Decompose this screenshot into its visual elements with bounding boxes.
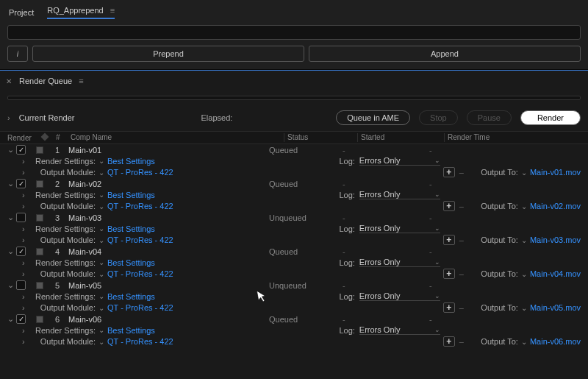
dropdown-icon[interactable]: ⌄ [521,169,527,177]
log-dropdown[interactable]: Errors Only⌄ [359,258,440,267]
render-checkbox[interactable] [16,179,26,188]
chevron-down-icon[interactable]: ⌄ [7,213,13,222]
output-file-link[interactable]: Main-v03.mov [530,235,581,244]
render-checkbox[interactable] [16,213,26,222]
chevron-right-icon[interactable]: › [22,157,29,166]
output-file-link[interactable]: Main-v05.mov [530,303,581,312]
header-started[interactable]: Started [357,133,444,142]
prepend-button[interactable]: Prepend [32,46,304,62]
add-output-button[interactable]: + [443,336,455,347]
log-dropdown[interactable]: Errors Only⌄ [359,325,440,335]
chevron-right-icon[interactable]: › [22,191,29,199]
add-output-button[interactable]: + [443,302,455,313]
render-checkbox[interactable] [16,280,26,290]
header-render[interactable]: Render [7,134,32,142]
output-module-link[interactable]: QT - ProRes - 422 [107,303,173,312]
chevron-right-icon[interactable]: › [22,326,29,335]
script-text-input[interactable] [7,25,581,40]
label-color-swatch[interactable] [36,146,43,154]
chevron-right-icon[interactable]: › [7,113,10,122]
chevron-right-icon[interactable]: › [22,303,29,312]
output-module-link[interactable]: QT - ProRes - 422 [107,168,173,177]
add-output-button[interactable]: + [443,269,455,279]
label-tag-icon[interactable] [40,132,49,141]
comp-name[interactable]: Main-v02 [68,180,269,188]
dropdown-icon[interactable]: ⌄ [98,338,104,346]
comp-name[interactable]: Main-v01 [68,146,269,155]
info-button[interactable]: i [7,46,28,62]
output-module-link[interactable]: QT - ProRes - 422 [107,269,173,278]
header-number[interactable]: # [56,133,71,142]
log-dropdown[interactable]: Errors Only⌄ [359,224,440,233]
render-button[interactable]: Render [520,110,581,125]
dropdown-icon[interactable]: ⌄ [98,169,104,177]
chevron-right-icon[interactable]: › [22,235,29,244]
output-file-link[interactable]: Main-v02.mov [530,202,581,210]
comp-name[interactable]: Main-v04 [68,247,269,256]
add-output-button[interactable]: + [443,201,455,211]
dropdown-icon[interactable]: ⌄ [521,304,527,312]
label-color-swatch[interactable] [36,248,43,255]
add-output-button[interactable]: + [443,235,455,245]
comp-name[interactable]: Main-v03 [68,213,269,222]
dropdown-icon[interactable]: ⌄ [98,191,104,199]
render-settings-link[interactable]: Best Settings [107,292,155,301]
log-dropdown[interactable]: Errors Only⌄ [359,291,440,301]
dropdown-icon[interactable]: ⌄ [521,338,527,346]
chevron-down-icon[interactable]: ⌄ [7,145,13,155]
dropdown-icon[interactable]: ⌄ [521,202,527,210]
close-icon[interactable]: ✕ [6,77,12,85]
dropdown-icon[interactable]: ⌄ [98,236,104,244]
dropdown-icon[interactable]: ⌄ [98,202,104,210]
label-color-swatch[interactable] [36,180,43,188]
render-settings-link[interactable]: Best Settings [107,191,155,199]
chevron-down-icon[interactable]: ⌄ [7,179,13,188]
tab-script[interactable]: RQ_Apprepend ≡ [47,6,115,19]
dropdown-icon[interactable]: ⌄ [98,157,104,165]
tab-render-queue[interactable]: Render Queue ≡ [18,74,85,88]
comp-name[interactable]: Main-v05 [68,281,269,290]
queue-item-row[interactable]: ⌄2Main-v02Queued-- [0,178,588,189]
tab-project[interactable]: Project [9,8,34,17]
queue-item-row[interactable]: ⌄6Main-v06Queued-- [0,314,588,325]
output-module-link[interactable]: QT - ProRes - 422 [107,235,173,244]
output-file-link[interactable]: Main-v04.mov [530,269,581,278]
queue-item-row[interactable]: ⌄4Main-v04Queued-- [0,246,588,257]
queue-item-row[interactable]: ⌄3Main-v03Unqueued-- [0,212,588,223]
log-dropdown[interactable]: Errors Only⌄ [359,156,440,166]
add-output-button[interactable]: + [443,167,455,177]
dropdown-icon[interactable]: ⌄ [521,270,527,278]
label-color-swatch[interactable] [36,316,43,323]
append-button[interactable]: Append [309,46,581,62]
render-settings-link[interactable]: Best Settings [107,326,155,335]
render-settings-link[interactable]: Best Settings [107,224,155,233]
dropdown-icon[interactable]: ⌄ [98,224,104,233]
chevron-down-icon[interactable]: ⌄ [7,314,13,324]
queue-in-ame-button[interactable]: Queue in AME [336,110,410,125]
render-checkbox[interactable] [16,247,26,256]
render-settings-link[interactable]: Best Settings [107,157,155,166]
dropdown-icon[interactable]: ⌄ [98,258,104,266]
output-module-link[interactable]: QT - ProRes - 422 [107,337,173,346]
chevron-down-icon[interactable]: ⌄ [7,247,13,256]
dropdown-icon[interactable]: ⌄ [98,326,104,334]
output-file-link[interactable]: Main-v01.mov [530,168,581,177]
chevron-right-icon[interactable]: › [22,168,29,177]
chevron-right-icon[interactable]: › [22,224,29,233]
header-comp-name[interactable]: Comp Name [71,133,284,142]
panel-menu-icon[interactable]: ≡ [110,6,115,15]
chevron-right-icon[interactable]: › [22,337,29,346]
dropdown-icon[interactable]: ⌄ [98,270,104,278]
dropdown-icon[interactable]: ⌄ [98,304,104,312]
render-settings-link[interactable]: Best Settings [107,258,155,267]
label-color-swatch[interactable] [36,214,43,222]
header-status[interactable]: Status [284,133,357,142]
comp-name[interactable]: Main-v06 [68,315,269,324]
chevron-right-icon[interactable]: › [22,202,29,210]
chevron-down-icon[interactable]: ⌄ [7,280,13,290]
chevron-right-icon[interactable]: › [22,269,29,278]
queue-item-row[interactable]: ⌄5Main-v05Unqueued-- [0,280,588,291]
header-render-time[interactable]: Render Time [444,133,581,142]
dropdown-icon[interactable]: ⌄ [521,236,527,244]
panel-menu-icon[interactable]: ≡ [79,77,83,85]
